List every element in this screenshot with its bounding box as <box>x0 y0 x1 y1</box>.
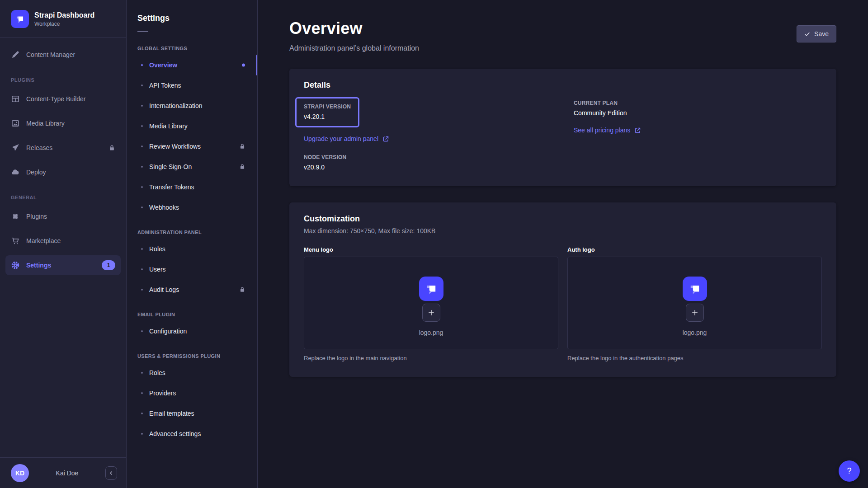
strapi-logo-icon <box>419 277 443 301</box>
menu-logo-upload-box: logo.png <box>304 257 558 349</box>
sub-item-label: Overview <box>149 61 177 69</box>
sub-item-label: Single Sign-On <box>149 163 192 170</box>
sub-item-providers[interactable]: Providers <box>127 385 257 402</box>
strapi-logo-icon <box>683 277 707 301</box>
sub-section-administration-panel: ADMINISTRATION PANEL Roles Users Audit L… <box>127 226 257 298</box>
page-subtitle: Administration panel’s global informatio… <box>289 44 419 52</box>
chevron-left-icon <box>108 470 114 476</box>
external-link-icon <box>382 136 389 142</box>
current-plan-value: Community Edition <box>574 109 822 117</box>
auth-logo-add-button[interactable] <box>686 304 704 322</box>
main-navigation: Strapi Dashboard Workplace Content Manag… <box>0 0 127 488</box>
nav-item-releases[interactable]: Releases <box>5 138 121 158</box>
sub-item-advanced-settings[interactable]: Advanced settings <box>127 425 257 442</box>
node-version-label: NODE VERSION <box>304 154 552 160</box>
sub-item-label: Media Library <box>149 122 188 130</box>
details-right-column: CURRENT PLAN Community Edition See all p… <box>574 94 822 171</box>
pricing-link-label: See all pricing plans <box>574 127 630 134</box>
nav-item-label: Media Library <box>26 120 65 127</box>
nav-item-plugins[interactable]: Plugins <box>5 206 121 226</box>
nav-item-label: Content Manager <box>26 51 75 58</box>
user-name: Kai Doe <box>34 469 100 477</box>
sub-item-email-configuration[interactable]: Configuration <box>127 323 257 340</box>
auth-logo-filename: logo.png <box>683 329 707 336</box>
menu-logo-block: Menu logo logo.png <box>304 246 558 361</box>
strapi-version-highlight-box: STRAPI VERSION v4.20.1 <box>295 97 359 127</box>
sub-item-review-workflows[interactable]: Review Workflows <box>127 138 257 155</box>
check-icon <box>804 31 810 37</box>
divider <box>137 31 148 32</box>
sub-section-email-plugin: EMAIL PLUGIN Configuration <box>127 308 257 340</box>
sub-item-label: Providers <box>149 389 176 397</box>
customization-heading: Customization <box>304 214 822 224</box>
nav-item-label: Plugins <box>26 213 47 220</box>
avatar[interactable]: KD <box>11 464 29 482</box>
notification-dot-icon <box>242 64 245 67</box>
bullet-icon <box>141 105 143 107</box>
sub-item-label: Transfer Tokens <box>149 183 194 191</box>
sub-item-api-tokens[interactable]: API Tokens <box>127 77 257 94</box>
bullet-icon <box>141 166 143 168</box>
sub-item-label: Roles <box>149 245 165 253</box>
sub-item-webhooks[interactable]: Webhooks <box>127 199 257 216</box>
bullet-icon <box>141 330 143 332</box>
nav-item-deploy[interactable]: Deploy <box>5 162 121 182</box>
sub-section-label: ADMINISTRATION PANEL <box>127 226 257 240</box>
nav-item-content-type-builder[interactable]: Content-Type Builder <box>5 89 121 109</box>
strapi-version-label: STRAPI VERSION <box>304 103 351 110</box>
sub-section-label: USERS & PERMISSIONS PLUGIN <box>127 350 257 364</box>
bullet-icon <box>141 64 143 66</box>
nav-item-media-library[interactable]: Media Library <box>5 113 121 133</box>
bullet-icon <box>141 206 143 208</box>
nav-item-content-manager[interactable]: Content Manager <box>5 45 121 65</box>
sub-item-admin-roles[interactable]: Roles <box>127 240 257 258</box>
nav-section-plugins: PLUGINS <box>5 69 121 89</box>
nav-item-settings[interactable]: Settings 1 <box>5 255 121 275</box>
sub-item-up-roles[interactable]: Roles <box>127 364 257 381</box>
user-area: KD Kai Doe <box>0 457 126 488</box>
workplace-subtitle: Workplace <box>34 21 94 27</box>
bullet-icon <box>141 145 143 147</box>
nav-item-marketplace[interactable]: Marketplace <box>5 231 121 251</box>
cloud-icon <box>11 168 20 177</box>
image-icon <box>11 119 20 128</box>
main-content: Overview Administration panel’s global i… <box>258 0 868 488</box>
sub-item-media-library[interactable]: Media Library <box>127 117 257 135</box>
cart-icon <box>11 236 20 245</box>
customization-card: Customization Max dimension: 750×750, Ma… <box>289 202 836 377</box>
bullet-icon <box>141 186 143 188</box>
workplace-switcher[interactable]: Strapi Dashboard Workplace <box>0 0 126 37</box>
sub-nav-header: Settings <box>127 0 257 32</box>
sub-item-transfer-tokens[interactable]: Transfer Tokens <box>127 178 257 196</box>
upgrade-admin-panel-link[interactable]: Upgrade your admin panel <box>304 135 389 142</box>
sub-item-overview[interactable]: Overview <box>127 56 257 74</box>
bullet-icon <box>141 289 143 291</box>
help-button[interactable]: ? <box>839 460 860 482</box>
auth-logo-caption: Replace the logo in the authentication p… <box>567 355 822 361</box>
details-card: Details STRAPI VERSION v4.20.1 Upgrade y… <box>289 69 836 186</box>
settings-notification-badge: 1 <box>102 260 115 270</box>
sub-section-label: GLOBAL SETTINGS <box>127 42 257 56</box>
sub-item-label: Internationalization <box>149 102 203 109</box>
save-button[interactable]: Save <box>797 25 836 42</box>
collapse-sidebar-button[interactable] <box>105 466 117 480</box>
sub-item-admin-users[interactable]: Users <box>127 261 257 278</box>
sub-item-email-templates[interactable]: Email templates <box>127 405 257 422</box>
menu-logo-add-button[interactable] <box>422 304 440 322</box>
current-plan-field: CURRENT PLAN Community Edition <box>574 100 822 117</box>
pricing-plans-link[interactable]: See all pricing plans <box>574 127 641 134</box>
sub-item-label: Advanced settings <box>149 430 201 437</box>
lock-icon <box>239 164 245 170</box>
sub-item-internationalization[interactable]: Internationalization <box>127 97 257 114</box>
workplace-title: Strapi Dashboard <box>34 11 94 20</box>
strapi-logo-icon <box>11 10 29 28</box>
nav-item-label: Marketplace <box>26 237 61 244</box>
puzzle-icon <box>11 212 20 221</box>
menu-logo-caption: Replace the logo in the main navigation <box>304 355 558 361</box>
sub-item-label: Webhooks <box>149 204 179 211</box>
bullet-icon <box>141 433 143 435</box>
settings-sub-navigation: Settings GLOBAL SETTINGS Overview API To… <box>127 0 258 488</box>
sub-item-audit-logs[interactable]: Audit Logs <box>127 281 257 298</box>
sub-item-single-sign-on[interactable]: Single Sign-On <box>127 158 257 175</box>
nav-section-general: GENERAL <box>5 187 121 206</box>
